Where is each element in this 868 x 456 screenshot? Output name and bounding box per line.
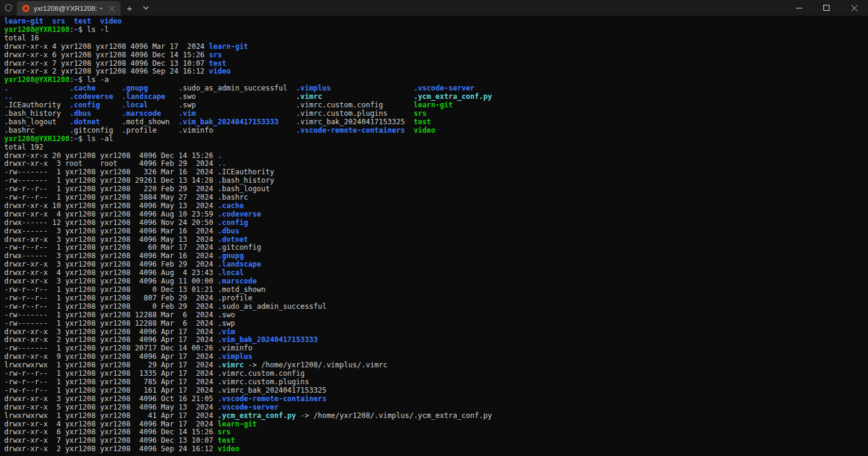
terminal-line: -rw-r--r-- 1 yxr1208 yxr1208 0 Dec 13 01… xyxy=(4,286,868,294)
terminal-line: drwxr-xr-x 5 yxr1208 yxr1208 4096 May 13… xyxy=(4,404,868,412)
terminal-window: yxr1208@YXR1208: ~ + xyxy=(0,0,868,456)
terminal-line: yxr1208@YXR1208:~$ ls -al xyxy=(4,135,868,144)
terminal-line: drwxr-xr-x 9 yxr1208 yxr1208 4096 Apr 17… xyxy=(4,353,868,361)
terminal-line: drwxr-xr-x 3 yxr1208 yxr1208 4096 Aug 11… xyxy=(4,277,868,286)
chevron-down-icon[interactable] xyxy=(139,0,153,16)
terminal-line: drwxr-xr-x 2 yxr1208 yxr1208 4096 Sep 24… xyxy=(4,445,868,454)
terminal-line: drwxr-xr-x 6 yxr1208 yxr1208 4096 Dec 14… xyxy=(4,428,868,437)
terminal-line: drwxr-xr-x 3 yxr1208 yxr1208 4096 Apr 17… xyxy=(4,328,868,337)
terminal-line: -rw-r--r-- 1 yxr1208 yxr1208 3884 May 27… xyxy=(4,194,868,202)
terminal-line: drwx------ 3 yxr1208 yxr1208 4096 Mar 16… xyxy=(4,252,868,261)
terminal-line: -rw-r--r-- 1 yxr1208 yxr1208 60 Mar 17 2… xyxy=(4,244,868,252)
terminal-line: drwxr-xr-x 6 yxr1208 yxr1208 4096 Dec 14… xyxy=(4,51,868,60)
terminal-line: .bash_logout .dotnet .motd_shown .vim_ba… xyxy=(4,118,868,127)
terminal-line: drwxr-xr-x 2 yxr1208 yxr1208 4096 Sep 24… xyxy=(4,68,868,76)
terminal-line: drwxr-xr-x 3 root root 4096 Feb 29 2024 … xyxy=(4,160,868,168)
terminal-line: -rw-r--r-- 1 yxr1208 yxr1208 220 Feb 29 … xyxy=(4,185,868,194)
terminal-line: drwx------ 12 yxr1208 yxr1208 4096 Nov 2… xyxy=(4,219,868,227)
terminal-line: . .cache .gnupg .sudo_as_admin_successfu… xyxy=(4,84,868,93)
terminal-line: -rw------- 1 yxr1208 yxr1208 12288 Mar 6… xyxy=(4,320,868,328)
titlebar[interactable]: yxr1208@YXR1208: ~ + xyxy=(0,0,868,16)
terminal-tab[interactable]: yxr1208@YXR1208: ~ xyxy=(17,1,121,16)
terminal-line: lrwxrwxrwx 1 yxr1208 yxr1208 29 Apr 17 2… xyxy=(4,361,868,370)
terminal-line: drwxr-xr-x 4 yxr1208 yxr1208 4096 Mar 17… xyxy=(4,420,868,429)
terminal-line: -rw------- 1 yxr1208 yxr1208 12288 Mar 6… xyxy=(4,311,868,320)
terminal-line: -rw------- 1 yxr1208 yxr1208 29261 Dec 1… xyxy=(4,177,868,185)
terminal-line: drwxr-xr-x 7 yxr1208 yxr1208 4096 Dec 13… xyxy=(4,60,868,68)
terminal-line: drwxr-xr-x 7 yxr1208 yxr1208 4096 Dec 13… xyxy=(4,437,868,445)
terminal-line: learn-git srs test video xyxy=(4,17,868,26)
terminal-line: -rw-r--r-- 1 yxr1208 yxr1208 1335 Apr 17… xyxy=(4,370,868,378)
shield-icon xyxy=(0,0,17,16)
terminal-line: .ICEauthority .config .local .swp .vimrc… xyxy=(4,101,868,110)
minimize-button[interactable] xyxy=(785,0,813,16)
terminal-line: drwxr-xr-x 20 yxr1208 yxr1208 4096 Dec 1… xyxy=(4,152,868,160)
terminal-line: lrwxrwxrwx 1 yxr1208 yxr1208 41 Apr 17 2… xyxy=(4,412,868,420)
maximize-button[interactable] xyxy=(813,0,840,16)
terminal-line: .bash_history .dbus .marscode .vim .vimr… xyxy=(4,110,868,118)
terminal-line: total 16 xyxy=(4,34,868,43)
terminal-line: drwxr-xr-x 3 yxr1208 yxr1208 4096 Oct 16… xyxy=(4,395,868,404)
terminal-line: -rw------- 1 yxr1208 yxr1208 20717 Dec 1… xyxy=(4,344,868,353)
new-tab-button[interactable]: + xyxy=(121,0,139,16)
tab-title: yxr1208@YXR1208: ~ xyxy=(34,5,102,12)
close-button[interactable] xyxy=(840,0,868,16)
tab-close-icon[interactable] xyxy=(107,4,116,13)
terminal-line: drwxr-xr-x 10 yxr1208 yxr1208 4096 May 1… xyxy=(4,202,868,211)
terminal-line: -rw------- 1 yxr1208 yxr1208 326 Mar 16 … xyxy=(4,168,868,177)
terminal-line: total 192 xyxy=(4,144,868,152)
terminal-line: -rw-r--r-- 1 yxr1208 yxr1208 807 Feb 29 … xyxy=(4,294,868,303)
terminal-line: -rw-r--r-- 1 yxr1208 yxr1208 785 Apr 17 … xyxy=(4,378,868,387)
terminal-line: yxr1208@YXR1208:~$ ls -l xyxy=(4,26,868,34)
terminal-line: -rw-r--r-- 1 yxr1208 yxr1208 161 Apr 17 … xyxy=(4,387,868,395)
terminal-line: .. .codeverse .landscape .swo .vimrc .yc… xyxy=(4,93,868,101)
terminal-line: yxr1208@YXR1208:~$ ls -a xyxy=(4,76,868,84)
ubuntu-icon xyxy=(22,5,30,12)
terminal-output[interactable]: learn-git srs test videoyxr1208@YXR1208:… xyxy=(0,16,868,456)
terminal-line: drwxr-xr-x 3 yxr1208 yxr1208 4096 May 13… xyxy=(4,236,868,244)
terminal-line: drwxr-xr-x 4 yxr1208 yxr1208 4096 Aug 4 … xyxy=(4,269,868,277)
terminal-line: drwx------ 3 yxr1208 yxr1208 4096 Mar 16… xyxy=(4,227,868,236)
titlebar-drag-region[interactable] xyxy=(153,0,785,16)
terminal-line: -rw-r--r-- 1 yxr1208 yxr1208 0 Feb 29 20… xyxy=(4,303,868,311)
terminal-line: drwxr-xr-x 4 yxr1208 yxr1208 4096 Aug 10… xyxy=(4,211,868,219)
terminal-line: drwxr-xr-x 4 yxr1208 yxr1208 4096 Mar 17… xyxy=(4,43,868,51)
terminal-line: drwxr-xr-x 3 yxr1208 yxr1208 4096 Feb 29… xyxy=(4,261,868,269)
terminal-line: drwxr-xr-x 2 yxr1208 yxr1208 4096 Apr 17… xyxy=(4,336,868,344)
terminal-line: .bashrc .gitconfig .profile .viminfo .vs… xyxy=(4,127,868,135)
